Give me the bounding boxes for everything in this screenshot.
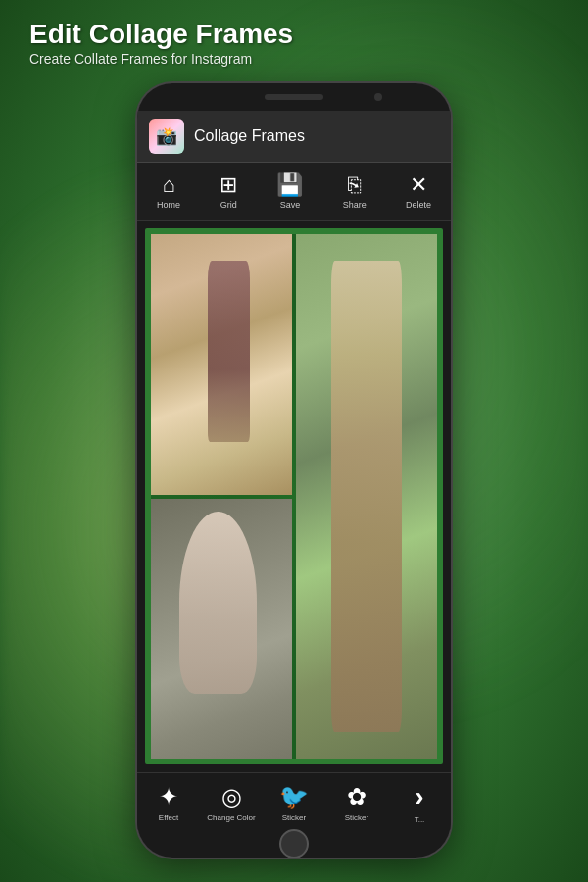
grid-label: Grid	[220, 200, 237, 210]
delete-label: Delete	[406, 200, 431, 210]
toolbar-share[interactable]: ⎘ Share	[335, 169, 374, 214]
sticker1-label: Sticker	[282, 813, 306, 822]
delete-icon: ✕	[410, 172, 427, 198]
bottom-effect[interactable]: ✦ Effect	[144, 783, 193, 822]
effect-icon: ✦	[159, 783, 178, 810]
photo-cell-3[interactable]	[151, 499, 292, 760]
collage-right	[296, 234, 437, 759]
bottom-sticker1[interactable]: 🐦 Sticker	[270, 783, 318, 822]
phone-speaker	[265, 94, 323, 100]
bottom-next[interactable]: › T...	[395, 781, 444, 824]
grid-icon: ⊞	[220, 172, 237, 198]
app-icon: 📸	[149, 119, 184, 154]
next-icon: ›	[415, 781, 423, 812]
page-title: Edit Collage Frames	[29, 18, 293, 51]
change-color-label: Change Color	[207, 813, 255, 822]
home-button[interactable]	[279, 829, 309, 858]
page-subtitle: Create Collate Frames for Instagram	[29, 51, 293, 67]
toolbar-grid[interactable]: ⊞ Grid	[212, 169, 245, 214]
home-label: Home	[157, 200, 180, 210]
toolbar-save[interactable]: 💾 Save	[269, 169, 311, 214]
main-toolbar: ⌂ Home ⊞ Grid 💾 Save ⎘ Share ✕ Delete	[137, 163, 451, 220]
share-icon: ⎘	[348, 172, 361, 198]
sticker1-icon: 🐦	[279, 783, 309, 810]
title-area: Edit Collage Frames Create Collate Frame…	[29, 18, 293, 67]
app-title: Collage Frames	[194, 127, 305, 145]
collage-area	[137, 220, 451, 772]
share-label: Share	[343, 200, 367, 210]
phone-camera	[374, 93, 382, 101]
save-icon: 💾	[276, 172, 303, 198]
phone-frame: 📸 Collage Frames ⌂ Home ⊞ Grid 💾 Save ⎘ …	[137, 83, 451, 858]
change-color-icon: ◎	[221, 783, 242, 810]
bottom-change-color[interactable]: ◎ Change Color	[207, 783, 256, 822]
bottom-toolbar: ✦ Effect ◎ Change Color 🐦 Sticker ✿ Stic…	[137, 772, 451, 830]
next-label: T...	[415, 815, 425, 824]
sticker2-label: Sticker	[345, 813, 368, 822]
toolbar-delete[interactable]: ✕ Delete	[398, 169, 439, 214]
collage-frame	[145, 228, 443, 764]
collage-left	[151, 234, 292, 759]
phone-screen: 📸 Collage Frames ⌂ Home ⊞ Grid 💾 Save ⎘ …	[137, 111, 451, 830]
effect-label: Effect	[159, 813, 178, 822]
photo-cell-2[interactable]	[296, 234, 437, 759]
photo-cell-1[interactable]	[151, 234, 292, 495]
bottom-sticker2[interactable]: ✿ Sticker	[332, 783, 381, 822]
app-header: 📸 Collage Frames	[137, 111, 451, 163]
phone-bottom	[137, 830, 451, 858]
phone-top	[137, 83, 451, 111]
toolbar-home[interactable]: ⌂ Home	[149, 169, 188, 214]
home-icon: ⌂	[162, 172, 174, 198]
save-label: Save	[280, 200, 301, 210]
sticker2-icon: ✿	[347, 783, 367, 810]
